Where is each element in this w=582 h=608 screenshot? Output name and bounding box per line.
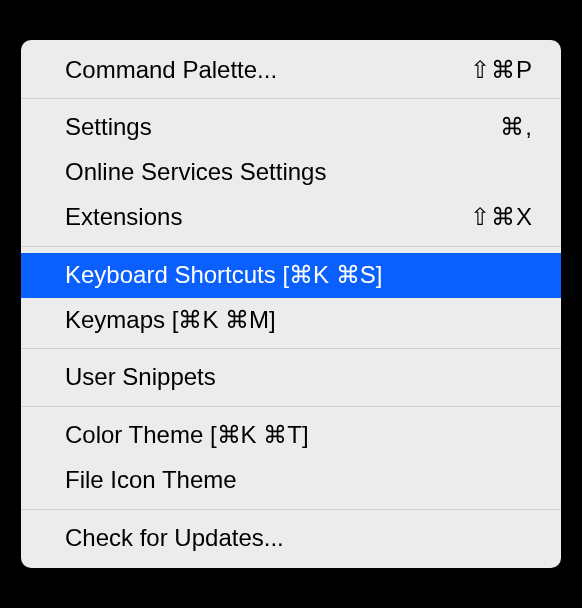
menu-item-label: User Snippets [65,360,216,395]
menu-item-label: Keyboard Shortcuts [⌘K ⌘S] [65,258,382,293]
menu-extensions[interactable]: Extensions ⇧⌘X [21,195,561,240]
menu-item-shortcut: ⇧⌘P [470,53,533,88]
menu-item-label: Keymaps [⌘K ⌘M] [65,303,276,338]
menu-separator [21,348,561,349]
menu-item-shortcut: ⇧⌘X [470,200,533,235]
context-menu: Command Palette... ⇧⌘P Settings ⌘, Onlin… [21,40,561,569]
menu-settings[interactable]: Settings ⌘, [21,105,561,150]
menu-item-label: Online Services Settings [65,155,326,190]
menu-item-label: Check for Updates... [65,521,284,556]
menu-color-theme[interactable]: Color Theme [⌘K ⌘T] [21,413,561,458]
menu-item-label: Settings [65,110,152,145]
menu-online-services-settings[interactable]: Online Services Settings [21,150,561,195]
menu-user-snippets[interactable]: User Snippets [21,355,561,400]
menu-separator [21,246,561,247]
menu-file-icon-theme[interactable]: File Icon Theme [21,458,561,503]
menu-separator [21,406,561,407]
menu-separator [21,509,561,510]
menu-command-palette[interactable]: Command Palette... ⇧⌘P [21,48,561,93]
menu-item-label: Command Palette... [65,53,277,88]
menu-item-label: Extensions [65,200,182,235]
menu-keymaps[interactable]: Keymaps [⌘K ⌘M] [21,298,561,343]
menu-separator [21,98,561,99]
menu-item-shortcut: ⌘, [500,110,533,145]
menu-check-updates[interactable]: Check for Updates... [21,516,561,561]
menu-item-label: File Icon Theme [65,463,237,498]
menu-item-label: Color Theme [⌘K ⌘T] [65,418,309,453]
menu-keyboard-shortcuts[interactable]: Keyboard Shortcuts [⌘K ⌘S] [21,253,561,298]
